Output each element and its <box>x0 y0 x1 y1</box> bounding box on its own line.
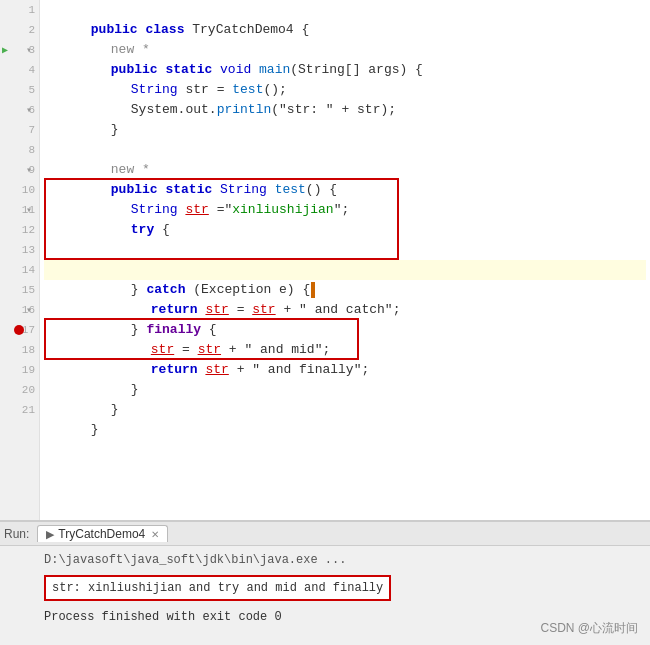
gutter-line-21: 21 <box>0 400 39 420</box>
code-line-19: } <box>44 360 646 380</box>
watermark: CSDN @心流时间 <box>540 620 638 637</box>
gutter-line-5: 5 <box>0 80 39 100</box>
code-line-6: } <box>44 100 646 120</box>
editor-area: 1 2 ▶ 3 ▾ 4 5 6 ▾ 7 8 9 ▾ 10 11 ▾ 12 13 … <box>0 0 650 520</box>
gutter-line-18: 18 <box>0 340 39 360</box>
code-line-7 <box>44 120 646 140</box>
gutter-line-9: 9 ▾ <box>0 160 39 180</box>
gutter-line-20: 20 <box>0 380 39 400</box>
fold-icon[interactable]: ▾ <box>26 104 32 116</box>
code-line-18: return str + " and finally"; <box>44 340 646 360</box>
code-line-15: return str = str + " and catch"; <box>44 280 646 300</box>
gutter-line-17: 17 <box>0 320 39 340</box>
code-line-2: new * <box>44 20 646 40</box>
gutter-line-14: 14 <box>0 260 39 280</box>
run-label: Run: <box>4 527 29 541</box>
code-line-5: System.out.println("str: " + str); <box>44 80 646 100</box>
gutter-line-3: ▶ 3 ▾ <box>0 40 39 60</box>
fold-icon[interactable]: ▾ <box>26 164 32 176</box>
code-line-14: } catch (Exception e) { <box>44 260 646 280</box>
code-text: } <box>91 422 99 437</box>
gutter-line-12: 12 <box>0 220 39 240</box>
code-line-11: try { <box>44 200 646 220</box>
code-line-10: String str ="xinliushijian"; <box>44 180 646 200</box>
gutter-line-11: 11 ▾ <box>0 200 39 220</box>
run-tab-name: TryCatchDemo4 <box>58 527 145 541</box>
code-line-4: String str = test(); <box>44 60 646 80</box>
run-tab[interactable]: ▶ TryCatchDemo4 ✕ <box>37 525 168 542</box>
breakpoint-icon[interactable] <box>14 325 24 335</box>
code-line-1: public class TryCatchDemo4 { <box>44 0 646 20</box>
code-line-12 <box>44 220 646 240</box>
code-line-20: } <box>44 380 646 400</box>
code-line-8: new * <box>44 140 646 160</box>
code-line-16: } finally { <box>44 300 646 320</box>
code-line-21: } <box>44 400 646 420</box>
gutter-line-2: 2 <box>0 20 39 40</box>
code-line-3: public static void main(String[] args) { <box>44 40 646 60</box>
run-tabs-bar: Run: ▶ TryCatchDemo4 ✕ <box>0 522 650 546</box>
gutter-line-4: 4 <box>0 60 39 80</box>
code-content: public class TryCatchDemo4 { new * publi… <box>40 0 650 420</box>
gutter-line-10: 10 <box>0 180 39 200</box>
code-line-17: str = str + " and mid"; <box>44 320 646 340</box>
code-line-9: public static String test() { <box>44 160 646 180</box>
line-gutter: 1 2 ▶ 3 ▾ 4 5 6 ▾ 7 8 9 ▾ 10 11 ▾ 12 13 … <box>0 0 40 520</box>
output-area: D:\javasoft\java_soft\jdk\bin\java.exe .… <box>0 546 650 631</box>
gutter-line-6: 6 ▾ <box>0 100 39 120</box>
gutter-line-7: 7 <box>0 120 39 140</box>
code-line-13: return str = str + " and try"; <box>44 240 646 260</box>
fold-icon[interactable]: ▾ <box>26 204 32 216</box>
gutter-line-1: 1 <box>0 0 39 20</box>
output-path: D:\javasoft\java_soft\jdk\bin\java.exe .… <box>44 550 642 570</box>
gutter-line-8: 8 <box>0 140 39 160</box>
gutter-line-13: 13 <box>0 240 39 260</box>
close-tab-icon[interactable]: ✕ <box>151 529 159 540</box>
output-result: str: xinliushijian and try and mid and f… <box>44 575 391 601</box>
gutter-line-16: 16 ▾ <box>0 300 39 320</box>
bottom-panel: Run: ▶ TryCatchDemo4 ✕ ▲ ▼ D:\javasoft\j… <box>0 520 650 645</box>
fold-icon[interactable]: ▾ <box>26 44 32 56</box>
gutter-line-19: 19 <box>0 360 39 380</box>
gutter-line-15: 15 <box>0 280 39 300</box>
run-arrow-icon: ▶ <box>2 44 8 56</box>
fold-icon[interactable]: ▾ <box>26 304 32 316</box>
